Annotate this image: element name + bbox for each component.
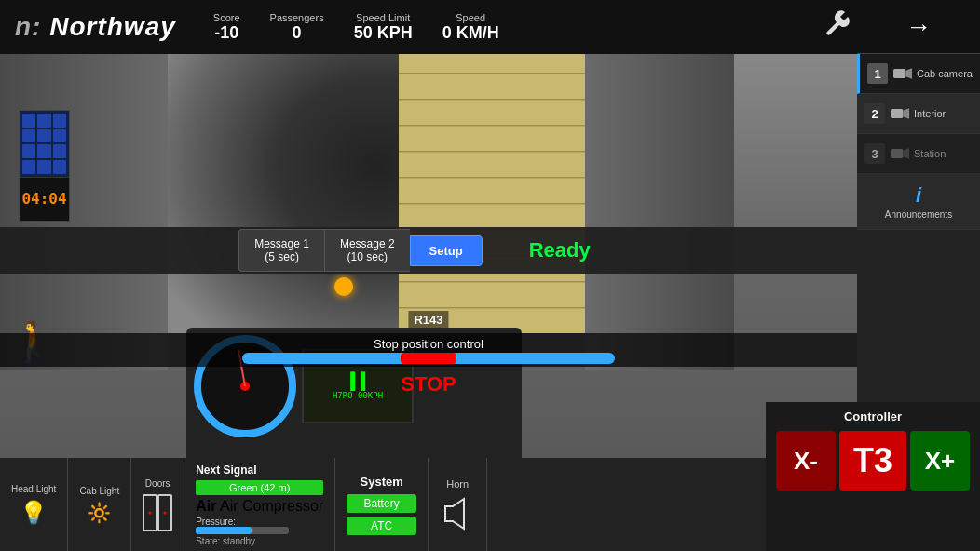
- camera3-icon: [891, 147, 909, 160]
- score-value: -10: [214, 23, 238, 43]
- cab-camera-button[interactable]: 1 Cab camera: [857, 54, 980, 94]
- headlight-section: Head Light 💡: [0, 458, 68, 551]
- speed-label: Speed: [456, 12, 485, 23]
- controller-section: Controller X- T3 X+: [766, 402, 980, 551]
- speed-limit-value: 50 KPH: [354, 23, 413, 43]
- controller-increase-button[interactable]: X+: [910, 431, 970, 491]
- keypad-key[interactable]: [37, 114, 50, 128]
- system-title: System: [347, 475, 416, 489]
- pressure-bar-fill: [196, 527, 252, 534]
- exit-button[interactable]: →: [857, 0, 980, 54]
- digital-clock: 04:04: [21, 190, 66, 208]
- horn-label: Horn: [446, 478, 469, 490]
- controller-title: Controller: [844, 410, 902, 423]
- bottom-controls: Head Light 💡 Cab Light 🔆 Doors Next Sign…: [0, 458, 857, 551]
- keypad-key[interactable]: [37, 160, 50, 174]
- svg-rect-4: [891, 149, 903, 158]
- announce-icon: i: [916, 183, 921, 208]
- air-compressor-label: Air Air Compressor: [196, 498, 323, 515]
- camera2-icon: [891, 107, 909, 120]
- keypad-key[interactable]: [22, 144, 35, 158]
- message2-button[interactable]: Message 2 (10 sec): [324, 229, 410, 272]
- pressure-label: Pressure:: [196, 517, 323, 536]
- battery-button[interactable]: Battery: [347, 494, 416, 513]
- stop-text: STOP: [401, 372, 456, 396]
- wrench-button[interactable]: [822, 7, 850, 39]
- cab-keypad-device: 04:04: [19, 110, 70, 222]
- camera1-label: Cab camera: [917, 68, 973, 79]
- signal-value: Green (42 m): [196, 480, 323, 495]
- state-label: State: standby: [196, 536, 323, 546]
- score-label: Score: [213, 12, 240, 23]
- tunnel-signal-light: [334, 277, 353, 296]
- keypad-key[interactable]: [53, 129, 66, 143]
- controller-buttons: X- T3 X+: [776, 431, 970, 491]
- station-camera-button[interactable]: 3 Station: [857, 134, 980, 174]
- speed-limit-label: Speed Limit: [356, 12, 410, 23]
- doors-icon: [143, 494, 172, 531]
- svg-marker-10: [445, 499, 464, 529]
- speed-limit-stat: Speed Limit 50 KPH: [354, 12, 413, 43]
- camera3-number: 3: [864, 143, 885, 164]
- keypad-key[interactable]: [53, 144, 66, 158]
- train-id-label: R143: [408, 311, 448, 328]
- camera1-number: 1: [867, 63, 888, 84]
- stop-position-label: Stop position control: [374, 337, 483, 351]
- wrench-icon: [822, 7, 850, 35]
- doors-label: Doors: [145, 478, 170, 489]
- stop-bar-indicator: [401, 353, 456, 364]
- horn-section: Horn: [429, 458, 487, 551]
- message1-button[interactable]: Message 1 (5 sec): [238, 229, 324, 272]
- announce-label: Announcements: [885, 209, 952, 220]
- controller-decrease-button[interactable]: X-: [776, 431, 836, 491]
- hud-stats: Score -10 Passengers 0 Speed Limit 50 KP…: [213, 12, 499, 43]
- score-stat: Score -10: [213, 12, 240, 43]
- next-signal-title: Next Signal: [196, 464, 323, 477]
- tunnel-tile-wall: [399, 54, 585, 333]
- keypad-key[interactable]: [37, 144, 50, 158]
- keypad-key[interactable]: [37, 129, 50, 143]
- stop-position-bar: Stop position control: [0, 333, 857, 367]
- keypad-key[interactable]: [53, 114, 66, 128]
- interior-camera-button[interactable]: 2 Interior: [857, 94, 980, 134]
- next-signal-section: Next Signal Green (42 m) Air Air Compres…: [184, 458, 335, 551]
- cablight-label: Cab Light: [79, 486, 119, 496]
- camera2-number: 2: [864, 103, 885, 124]
- ready-indicator: Ready: [501, 231, 619, 270]
- station-name-display: n: Northway: [0, 12, 176, 42]
- cablight-icon: 🔆: [88, 502, 111, 524]
- svg-marker-3: [903, 108, 909, 119]
- left-cab-wall: 04:04 🚶: [0, 54, 168, 370]
- tunnel-opening: [168, 54, 585, 333]
- keypad-key[interactable]: [53, 160, 66, 174]
- atc-button[interactable]: ATC: [347, 517, 416, 535]
- headlight-icon: 💡: [20, 500, 48, 526]
- passengers-value: 0: [293, 23, 302, 43]
- svg-rect-0: [893, 69, 905, 78]
- message-bar: Message 1 (5 sec) Message 2 (10 sec) Set…: [0, 227, 857, 274]
- headlight-label: Head Light: [11, 484, 56, 494]
- top-bar: n: Northway Score -10 Passengers 0 Speed…: [0, 0, 857, 54]
- doors-section: Doors: [131, 458, 184, 551]
- system-section: System Battery ATC: [335, 458, 429, 551]
- pressure-bar: [196, 527, 289, 534]
- svg-marker-1: [905, 68, 912, 79]
- controller-current-display: T3: [839, 431, 906, 491]
- right-cab-wall: [585, 54, 734, 370]
- keypad-key[interactable]: [22, 160, 35, 174]
- keypad-key[interactable]: [22, 129, 35, 143]
- passengers-stat: Passengers 0: [270, 12, 324, 43]
- speed-value: 0 KM/H: [442, 23, 499, 43]
- speed-stat: Speed 0 KM/H: [442, 12, 499, 43]
- svg-rect-2: [891, 109, 903, 118]
- cablight-section: Cab Light 🔆: [68, 458, 131, 551]
- announcements-button[interactable]: i Announcements: [857, 174, 980, 230]
- camera1-icon: [893, 67, 912, 80]
- setup-button[interactable]: Setup: [410, 235, 483, 266]
- keypad-key[interactable]: [22, 114, 35, 128]
- camera2-label: Interior: [914, 108, 946, 119]
- horn-icon: [443, 497, 471, 531]
- stop-bar-track: [242, 353, 615, 364]
- svg-marker-5: [903, 148, 909, 159]
- camera3-label: Station: [914, 148, 946, 159]
